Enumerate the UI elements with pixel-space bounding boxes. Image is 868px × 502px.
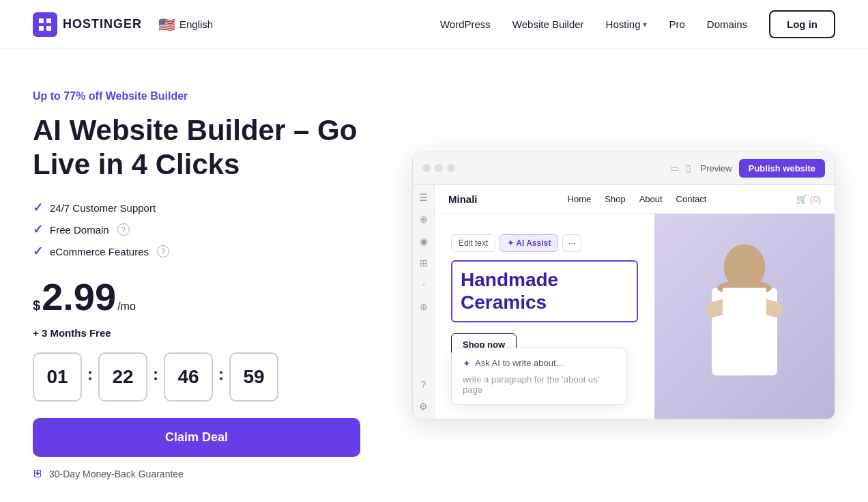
editor-hero-area: Edit text ✦ AI Assist ··· Handmade Ceram… (435, 214, 835, 419)
desktop-icon[interactable]: ▭ (670, 163, 679, 173)
person-placeholder (654, 214, 835, 419)
info-icon-domain[interactable]: ? (117, 223, 130, 236)
nav-left: HOSTINGER 🇺🇸 English (33, 12, 213, 37)
features-list: ✓ 24/7 Customer Support ✓ Free Domain ? … (33, 200, 360, 259)
person-svg (690, 227, 799, 405)
price-per: /mo (117, 301, 136, 313)
site-nav-links: Home Shop About Contact (568, 194, 707, 204)
countdown-sep-1: : (87, 365, 93, 384)
check-icon-3: ✓ (33, 244, 43, 259)
browser-controls: ▭ ▯ Preview Publish website (670, 159, 826, 178)
logo-text: HOSTINGER (63, 17, 142, 31)
sidebar-pages-icon[interactable]: ⊞ (420, 257, 428, 268)
mobile-icon[interactable]: ▯ (686, 163, 691, 173)
site-nav-contact[interactable]: Contact (676, 194, 707, 204)
browser-dot-1 (422, 164, 431, 172)
editor-text-side: Edit text ✦ AI Assist ··· Handmade Ceram… (435, 214, 654, 419)
nav-link-pro[interactable]: Pro (669, 18, 684, 30)
browser-mockup: ▭ ▯ Preview Publish website ☰ ⊕ ◉ ⊞ ⬝ ⊕ (412, 152, 835, 419)
hero-text-box[interactable]: Handmade Ceramics (451, 260, 638, 322)
site-nav-cart: 🛒 (0) (796, 194, 821, 204)
ai-prompt-header: ✦ Ask AI to write about... (463, 358, 616, 369)
feature-item-domain: ✓ Free Domain ? (33, 222, 360, 237)
nav-links: WordPress Website Builder Hosting ▾ Pro … (440, 10, 835, 38)
ai-placeholder-text: Ask AI to write about... (475, 358, 563, 368)
language-selector[interactable]: 🇺🇸 English (158, 16, 213, 33)
promo-highlight: 77% (63, 90, 85, 102)
edit-toolbar: Edit text ✦ AI Assist ··· (451, 234, 638, 252)
site-nav-about[interactable]: About (639, 194, 663, 204)
flag-icon: 🇺🇸 (158, 16, 175, 33)
sidebar-apps-icon[interactable]: ⊕ (420, 301, 428, 312)
editor-main: Minali Home Shop About Contact 🛒 (0) (435, 185, 835, 419)
shield-icon: ⛨ (33, 468, 44, 480)
hero-right: ▭ ▯ Preview Publish website ☰ ⊕ ◉ ⊞ ⬝ ⊕ (388, 152, 835, 419)
site-heading: Handmade Ceramics (461, 268, 628, 314)
guarantee-label: ⛨ 30-Day Money-Back Guarantee (33, 468, 360, 480)
countdown-sep-2: : (153, 365, 158, 384)
countdown-sep-3: : (218, 365, 224, 384)
editor-image-side (654, 214, 835, 419)
more-options-button[interactable]: ··· (562, 234, 581, 252)
promo-label: Up to 77% off Website Builder (33, 90, 360, 102)
sidebar-add-icon[interactable]: ⊕ (420, 214, 428, 225)
sidebar-menu-icon[interactable]: ☰ (419, 192, 428, 203)
browser-bar: ▭ ▯ Preview Publish website (413, 152, 835, 185)
bonus-label: + 3 Months Free (33, 327, 360, 339)
price-block: $ 2.99 /mo (33, 278, 360, 316)
feature-item-support: ✓ 24/7 Customer Support (33, 200, 360, 215)
ai-prompt-box: ✦ Ask AI to write about... write a parag… (451, 348, 627, 405)
nav-link-wordpress[interactable]: WordPress (440, 18, 491, 30)
browser-dots (422, 164, 455, 172)
site-nav: Minali Home Shop About Contact 🛒 (0) (435, 185, 835, 214)
sidebar-help-icon[interactable]: ? (421, 379, 426, 390)
check-icon-1: ✓ (33, 200, 43, 215)
browser-content: ☰ ⊕ ◉ ⊞ ⬝ ⊕ ? ⚙ Minali Home (413, 185, 835, 419)
svg-rect-5 (723, 288, 766, 342)
feature-item-ecommerce: ✓ eCommerce Features ? (33, 244, 360, 259)
claim-deal-button[interactable]: Claim Deal (33, 418, 360, 457)
nav-link-domains[interactable]: Domains (707, 18, 747, 30)
navbar: HOSTINGER 🇺🇸 English WordPress Website B… (0, 0, 868, 49)
countdown-hours: 01 (33, 352, 82, 402)
editor-sidebar: ☰ ⊕ ◉ ⊞ ⬝ ⊕ ? ⚙ (413, 185, 435, 419)
publish-button[interactable]: Publish website (739, 159, 825, 178)
preview-label[interactable]: Preview (701, 163, 732, 173)
ai-sample-text: write a paragraph for the 'about us' pag… (463, 374, 616, 395)
edit-text-button[interactable]: Edit text (451, 234, 495, 252)
nav-link-website-builder[interactable]: Website Builder (512, 18, 584, 30)
hero-section: Up to 77% off Website Builder AI Website… (0, 49, 868, 502)
countdown-seconds: 46 (164, 352, 213, 402)
chevron-down-icon: ▾ (643, 20, 647, 29)
sidebar-style-icon[interactable]: ◉ (420, 236, 428, 247)
sidebar-settings-icon[interactable]: ⚙ (419, 401, 428, 412)
price-dollar: $ (33, 298, 40, 313)
countdown-minutes: 22 (98, 352, 147, 402)
language-label: English (179, 18, 213, 30)
nav-link-hosting[interactable]: Hosting ▾ (606, 18, 648, 30)
countdown-frames: 59 (229, 352, 278, 402)
browser-dot-3 (447, 164, 455, 172)
ai-star-icon: ✦ (463, 358, 471, 369)
site-brand: Minali (448, 193, 478, 205)
logo-icon (33, 12, 57, 37)
site-nav-home[interactable]: Home (568, 194, 592, 204)
ai-assist-button[interactable]: ✦ AI Assist (500, 234, 558, 252)
logo[interactable]: HOSTINGER (33, 12, 142, 37)
price-amount: 2.99 (42, 278, 116, 316)
site-nav-shop[interactable]: Shop (605, 194, 625, 204)
hero-title: AI Website Builder – Go Live in 4 Clicks (33, 113, 360, 181)
browser-dot-2 (435, 164, 443, 172)
sidebar-media-icon[interactable]: ⬝ (421, 279, 426, 290)
price-line: $ 2.99 /mo (33, 278, 360, 316)
hero-left: Up to 77% off Website Builder AI Website… (33, 90, 360, 480)
countdown-timer: 01 : 22 : 46 : 59 (33, 352, 360, 402)
check-icon-2: ✓ (33, 222, 43, 237)
info-icon-ecommerce[interactable]: ? (157, 245, 169, 257)
login-button[interactable]: Log in (769, 10, 835, 38)
hostinger-logo-svg (38, 17, 53, 32)
